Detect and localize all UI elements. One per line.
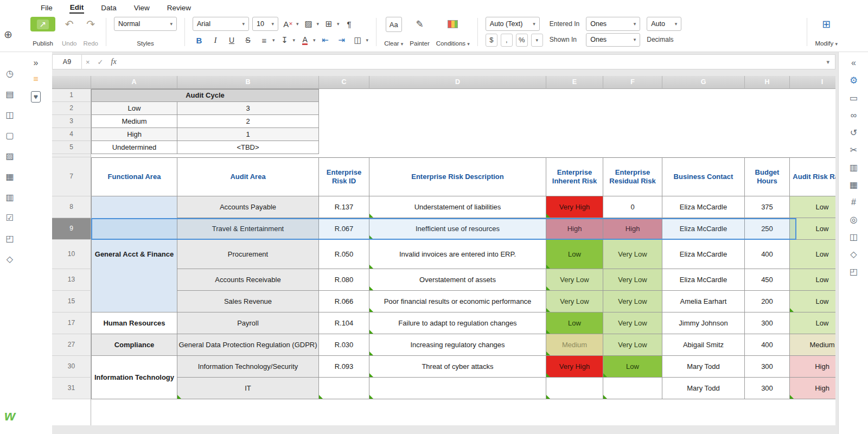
cell-b17[interactable]: Payroll [177,312,319,334]
cell-h15[interactable]: 200 [745,291,790,312]
cell-e17[interactable]: Low [546,312,603,334]
cell-d30[interactable]: Threat of cyber attacks [369,356,546,378]
cell-f10[interactable]: Very Low [603,240,662,269]
cell-f13[interactable]: Very Low [603,269,662,291]
diamond-icon[interactable]: ◇ [850,250,857,259]
checklist-icon[interactable]: ☑ [6,214,14,222]
cell-c27[interactable]: R.030 [319,334,369,356]
row-header-31[interactable]: 31 [52,378,91,399]
cell-g10[interactable]: Eliza McCardle [662,240,745,269]
add-icon[interactable]: ⊕ [4,28,12,41]
cell-d15[interactable]: Poor financial results or economic perfo… [369,291,546,312]
cell-i30[interactable]: High [790,356,835,378]
header-residual-risk[interactable]: Enterprise Residual Risk [603,157,662,196]
cell-a27-compliance[interactable]: Compliance [91,334,177,356]
number-format-dropdown[interactable]: Auto (Text) ▾ [486,17,540,31]
cell-a4[interactable]: High [91,128,177,141]
history-icon[interactable]: ↺ [850,129,857,137]
row-header-9-selected[interactable]: 9 [52,218,91,240]
font-size-dropdown[interactable]: 10 ▾ [252,17,278,31]
cell-b9[interactable]: Travel & Entertainment [177,218,319,240]
column-header-i[interactable]: I [790,76,835,89]
cell-d8[interactable]: Understatement of liabilities [369,196,546,218]
cell-a3[interactable]: Medium [91,115,177,128]
cell-b10[interactable]: Procurement [177,240,319,269]
tables-icon[interactable]: ▦ [850,181,858,189]
cell-c15[interactable]: R.066 [319,291,369,312]
increase-indent-button[interactable]: ⇥ [335,33,348,47]
conditions-label[interactable]: Conditions ▾ [436,40,470,47]
merge-cells-dropdown[interactable]: ◫ ▾ [352,33,369,47]
package-icon[interactable]: ◰ [5,234,14,243]
cell-b31[interactable]: IT [177,378,319,399]
cell-g9[interactable]: Eliza McCardle [662,218,745,240]
cell-e27[interactable]: Medium [546,334,603,356]
cell-reference-box[interactable]: A9 [53,55,82,69]
cell-e9[interactable]: High [546,218,603,240]
cell-a8-general-acct-finance[interactable]: General Acct & Finance [91,196,177,312]
cell-d13[interactable]: Overstatement of assets [369,269,546,291]
cell-b13[interactable]: Accounts Receivable [177,269,319,291]
document-icon[interactable]: ▢ [5,131,14,140]
redo-button[interactable]: ↷ [84,17,97,31]
formula-input[interactable] [120,55,821,69]
row-header-30[interactable]: 30 [52,356,91,378]
paragraph-marks-button[interactable]: ¶ [343,17,356,31]
publish-button[interactable]: ↗ [30,17,55,31]
cell-f27[interactable]: Very Low [603,334,662,356]
menu-edit[interactable]: Edit [69,2,85,14]
cell-c8[interactable]: R.137 [319,196,369,218]
select-all-corner[interactable] [52,76,91,89]
shown-in-dropdown[interactable]: Ones ▾ [586,33,640,47]
cell-b5[interactable]: <TBD> [177,141,319,154]
column-header-h[interactable]: H [745,76,790,89]
column-header-f[interactable]: F [603,76,662,89]
cell-f8[interactable]: 0 [603,196,662,218]
header-inherent-risk[interactable]: Enterprise Inherent Risk [546,157,603,196]
cell-f30[interactable]: Low [603,356,662,378]
cell-g31[interactable]: Mary Todd [662,378,745,399]
cell-g13[interactable]: Eliza McCardle [662,269,745,291]
cell-i8[interactable]: Low [790,196,835,218]
cell-e13[interactable]: Very Low [546,269,603,291]
expand-panel-icon[interactable]: » [34,59,39,67]
header-business-contact[interactable]: Business Contact [662,157,745,196]
header-budget-hours[interactable]: Budget Hours [745,157,790,196]
auto-decimals-dropdown[interactable]: Auto ▾ [647,17,681,31]
row-header-3[interactable]: 3 [52,115,91,128]
cell-a30-information-technology[interactable]: Information Technology [91,356,177,399]
modify-label[interactable]: Modify ▾ [815,40,838,47]
conditions-button[interactable] [446,17,459,31]
column-header-b[interactable]: B [177,76,319,89]
borders-dropdown[interactable]: ⊞ ▾ [322,17,340,31]
currency-button[interactable]: $ [486,34,497,47]
cell-b15[interactable]: Sales Revenue [177,291,319,312]
cell-e10[interactable]: Low [546,240,603,269]
header-functional-area[interactable]: Functional Area [91,157,177,196]
menu-file[interactable]: File [40,3,53,13]
cell-h17[interactable]: 300 [745,312,790,334]
fill-color-dropdown[interactable]: ▨ ▾ [302,17,320,31]
cell-g30[interactable]: Mary Todd [662,356,745,378]
cell-i15[interactable]: Low [790,291,835,312]
cell-f9[interactable]: High [603,218,662,240]
strikethrough-button[interactable]: S [241,33,254,47]
cell-i27[interactable]: Medium [790,334,835,356]
menu-review[interactable]: Review [167,3,192,13]
row-header-5[interactable]: 5 [52,141,91,154]
cell-b2[interactable]: 3 [177,102,319,115]
collapse-panel-icon[interactable]: « [851,59,856,67]
packages-icon[interactable]: ◰ [850,267,858,276]
cell-d9[interactable]: Inefficient use of resources [369,218,546,240]
cell-h8[interactable]: 375 [745,196,790,218]
column-header-a[interactable]: A [91,76,177,89]
tasks-icon[interactable]: ▤ [5,90,14,99]
cell-c9[interactable]: R.067 [319,218,369,240]
column-header-d[interactable]: D [369,76,546,89]
menu-view[interactable]: View [133,3,150,13]
spreadsheet-icon[interactable]: ▦ [5,173,14,181]
cell-f17[interactable]: Very Low [603,312,662,334]
modify-button[interactable]: ⊞ [820,17,833,31]
cell-h31[interactable]: 300 [745,378,790,399]
cell-b30[interactable]: Information Technology/Security [177,356,319,378]
